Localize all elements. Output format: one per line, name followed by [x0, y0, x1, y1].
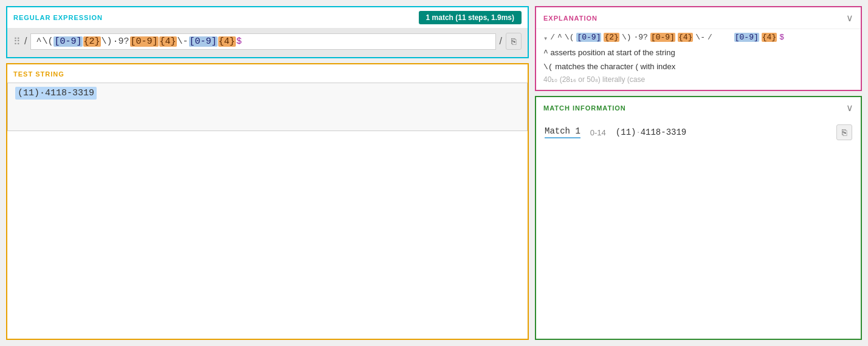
- explanation-desc-2: matches the character ( with index: [555, 62, 675, 71]
- regex-token-quant-2: {4}: [159, 36, 177, 47]
- regex-input-row: ⠿ / ^ \( [0-9] {2} \) ·9? [0-9] {4} \- […: [7, 28, 528, 57]
- regex-token-quant-3: {4}: [218, 36, 236, 47]
- regex-header: REGULAR EXPRESSION 1 match (11 steps, 1.…: [7, 7, 528, 28]
- exp-tok-quant-3: {4}: [762, 33, 777, 42]
- regex-token-escape-paren-open: \(: [42, 36, 53, 47]
- explanation-item-1: ^ asserts position at start of the strin…: [543, 47, 853, 59]
- match-info-header: MATCH INFORMATION ∨: [536, 97, 861, 118]
- regex-copy-button[interactable]: ⎘: [506, 33, 522, 50]
- dot-separator: ·: [636, 129, 640, 137]
- exp-tok-slash-end: /: [708, 33, 712, 42]
- test-section: TEST STRING (11)·4118-3319: [6, 63, 529, 340]
- match-info-body: Match 1 0-14 (11)·4118-3319 ⎘: [536, 118, 861, 146]
- right-panel: EXPLANATION ∨ ▾ / ^ \( [0-9] {2} \) ·9? …: [535, 6, 862, 340]
- match-share-button[interactable]: ⎘: [836, 124, 852, 140]
- match-info-section: MATCH INFORMATION ∨ Match 1 0-14 (11)·41…: [535, 96, 862, 340]
- left-panel: REGULAR EXPRESSION 1 match (11 steps, 1.…: [6, 6, 529, 340]
- exp-tok-bracket-3: [0-9]: [734, 33, 759, 42]
- exp-tok-close: \): [622, 33, 632, 42]
- exp-tok-dot9q: ·9?: [634, 33, 648, 42]
- main-container: REGULAR EXPRESSION 1 match (11 steps, 1.…: [0, 0, 868, 346]
- explanation-section: EXPLANATION ∨ ▾ / ^ \( [0-9] {2} \) ·9? …: [535, 6, 862, 91]
- exp-tok-bracket-1: [0-9]: [576, 33, 601, 42]
- explanation-arrow-icon: ▾: [543, 34, 548, 43]
- explanation-desc-1: asserts position at start of the string: [550, 48, 675, 57]
- exp-tok-end: $: [779, 33, 784, 42]
- match-badge: 1 match (11 steps, 1.9ms): [419, 11, 522, 24]
- match-label: Match 1: [545, 126, 580, 136]
- explanation-keyword-2: \(: [543, 63, 553, 72]
- regex-token-escape-dash: \-: [177, 36, 188, 47]
- regex-token-bracket-2: [0-9]: [130, 36, 159, 47]
- explanation-faded: 40₁₀ (28₁₆ or 50₈) literally (case: [543, 75, 853, 84]
- exp-tok-quant-2: {4}: [678, 33, 693, 42]
- exp-tok-bracket-2: [0-9]: [650, 33, 675, 42]
- regex-token-dot-9q: ·9?: [113, 36, 129, 47]
- test-header: TEST STRING: [7, 64, 528, 83]
- match-info-chevron-icon[interactable]: ∨: [846, 102, 853, 114]
- regex-token-bracket-1: [0-9]: [53, 36, 82, 47]
- drag-handle-icon[interactable]: ⠿: [13, 36, 21, 47]
- exp-tok-quant-1: {2}: [604, 33, 619, 42]
- match-value: (11)·4118-3319: [616, 127, 827, 137]
- explanation-body: ▾ / ^ \( [0-9] {2} \) ·9? [0-9] {4} \- /…: [536, 29, 861, 90]
- regex-token-quant-1: {2}: [83, 36, 101, 47]
- test-match-highlight: (11)·4118-3319: [15, 87, 97, 100]
- explanation-title: EXPLANATION: [543, 15, 598, 22]
- explanation-header: EXPLANATION ∨: [536, 7, 861, 29]
- explanation-chevron-icon[interactable]: ∨: [846, 12, 853, 24]
- regex-delimiter-start: /: [24, 36, 27, 47]
- exp-tok-dash: \-: [695, 33, 705, 42]
- match-range: 0-14: [590, 128, 606, 137]
- test-text-area[interactable]: (11)·4118-3319: [7, 83, 528, 131]
- regex-section: REGULAR EXPRESSION 1 match (11 steps, 1.…: [6, 6, 529, 58]
- explanation-regex-row: ▾ / ^ \( [0-9] {2} \) ·9? [0-9] {4} \- /…: [543, 33, 853, 43]
- regex-token-bracket-3: [0-9]: [189, 36, 218, 47]
- regex-token-caret: ^: [36, 36, 41, 47]
- explanation-item-2: \( matches the character ( with index: [543, 61, 853, 73]
- match-row: Match 1 0-14 (11)·4118-3319 ⎘: [545, 124, 852, 140]
- match-label-container: Match 1: [545, 126, 580, 138]
- regex-title: REGULAR EXPRESSION: [13, 14, 103, 21]
- explanation-regex-slash: /: [550, 33, 555, 42]
- exp-tok-escape: \(: [565, 33, 574, 42]
- regex-content[interactable]: ^ \( [0-9] {2} \) ·9? [0-9] {4} \- [0-9]…: [30, 33, 495, 50]
- explanation-keyword-1: ^: [543, 49, 548, 58]
- exp-tok-caret: ^: [557, 33, 562, 42]
- test-title: TEST STRING: [13, 70, 64, 78]
- regex-token-end: $: [236, 36, 242, 47]
- regex-token-escape-paren-close: \): [102, 36, 112, 47]
- regex-delimiter-end: /: [500, 36, 502, 47]
- match-info-title: MATCH INFORMATION: [543, 104, 626, 112]
- match-underline: [545, 137, 580, 138]
